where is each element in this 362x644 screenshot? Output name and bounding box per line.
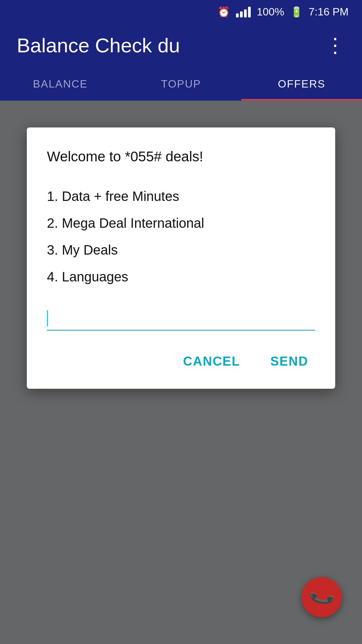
more-options-icon[interactable]: ⋮ bbox=[325, 34, 345, 57]
menu-item-4: 4. Languages bbox=[47, 263, 315, 290]
time-display: 7:16 PM bbox=[309, 6, 349, 18]
dialog-input[interactable] bbox=[48, 311, 315, 326]
dialog-menu: 1. Data + free Minutes 2. Mega Deal Inte… bbox=[47, 183, 315, 290]
signal-icon bbox=[236, 6, 251, 17]
dialog-title: Welcome to *055# deals! bbox=[47, 148, 315, 166]
dialog-buttons: CANCEL SEND bbox=[47, 351, 315, 372]
input-area bbox=[47, 310, 315, 331]
app-title: Balance Check du bbox=[17, 34, 180, 57]
tab-balance-label: BALANCE bbox=[33, 78, 87, 90]
tab-offers[interactable]: OFFERS bbox=[241, 67, 362, 101]
tab-offers-label: OFFERS bbox=[278, 78, 325, 90]
tab-topup-label: TOPUP bbox=[161, 78, 201, 90]
alarm-icon: ⏰ bbox=[218, 6, 230, 18]
phone-fab[interactable]: 📞 bbox=[302, 577, 342, 617]
app-bar: Balance Check du ⋮ bbox=[0, 23, 362, 67]
tab-topup[interactable]: TOPUP bbox=[121, 67, 241, 101]
dialog: Welcome to *055# deals! 1. Data + free M… bbox=[27, 127, 335, 389]
menu-item-3: 3. My Deals bbox=[47, 236, 315, 263]
send-button[interactable]: SEND bbox=[263, 351, 315, 372]
status-icons: ⏰ 100% 🔋 7:16 PM bbox=[218, 6, 349, 18]
menu-item-1: 1. Data + free Minutes bbox=[47, 183, 315, 210]
status-bar: ⏰ 100% 🔋 7:16 PM bbox=[0, 0, 362, 23]
tab-balance[interactable]: BALANCE bbox=[0, 67, 121, 101]
phone-icon: 📞 bbox=[307, 582, 337, 611]
tabs-container: BALANCE TOPUP OFFERS bbox=[0, 67, 362, 101]
battery-percentage: 100% bbox=[257, 6, 284, 18]
menu-item-2: 2. Mega Deal International bbox=[47, 210, 315, 236]
battery-icon: 🔋 bbox=[290, 6, 303, 18]
cancel-button[interactable]: CANCEL bbox=[176, 351, 247, 372]
